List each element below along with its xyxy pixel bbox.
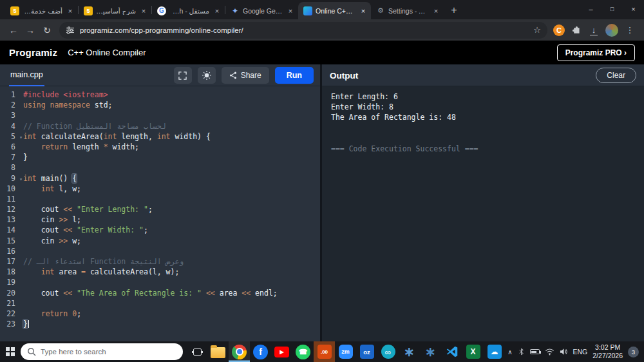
notification-favicon: 5 [10, 6, 19, 15]
tab-title: مستقل - Google Search [169, 7, 209, 15]
app-facebook[interactable]: f [250, 341, 271, 362]
gear-favicon: ⚙ [376, 6, 385, 15]
app-cloud[interactable]: ☁ [484, 341, 505, 362]
clear-button[interactable]: Clear [596, 68, 636, 83]
app-oz[interactable]: oz [356, 341, 377, 362]
window-controls: – □ × [580, 0, 644, 18]
run-button[interactable]: Run [275, 67, 314, 84]
browser-tab[interactable]: ✦ Google Gemini × [225, 2, 298, 19]
maximize-button[interactable]: □ [601, 0, 623, 18]
tab-close-icon[interactable]: × [66, 6, 75, 15]
tab-close-icon[interactable]: × [431, 6, 440, 15]
expand-icon [178, 71, 187, 80]
wifi-icon[interactable] [545, 348, 554, 356]
tab-title: Settings - Appearance [388, 7, 428, 15]
tab-close-icon[interactable]: × [139, 6, 148, 15]
download-icon[interactable]: ↓ [586, 23, 601, 38]
browser-tab[interactable]: 5 شرح أساسيات البرمجة × [79, 2, 151, 19]
tab-close-icon[interactable]: × [286, 6, 295, 15]
taskbar-search[interactable] [21, 343, 183, 360]
app-money[interactable]: .00 [314, 341, 335, 362]
gemini-favicon: ✦ [231, 6, 240, 15]
app-infinity[interactable]: ∞ [377, 341, 399, 362]
extensions-puzzle-icon[interactable] [568, 23, 583, 38]
app-asterisk-1[interactable]: ∗ [399, 341, 420, 362]
search-icon [27, 347, 36, 356]
app-file-explorer[interactable] [207, 341, 229, 362]
google-favicon: G [157, 6, 166, 15]
asterisk-app-icon: ∗ [425, 344, 436, 359]
output-panel: Output Clear Enter Length: 6Enter Width:… [322, 64, 644, 341]
output-lines: Enter Length: 6Enter Width: 8The Area of… [322, 86, 644, 159]
tab-settings[interactable]: ⚙ Settings - Appearance × [371, 2, 444, 19]
forward-icon[interactable]: → [22, 22, 39, 39]
date-text: 2/27/2026 [592, 352, 623, 360]
app-vscode[interactable] [441, 341, 462, 362]
browser-tab[interactable]: G مستقل - Google Search × [152, 2, 225, 19]
search-input[interactable] [41, 348, 163, 356]
editor-panel: main.cpp Share Run 12345▾6789▾101 [0, 64, 320, 341]
app-asterisk-2[interactable]: ∗ [420, 341, 441, 362]
tab-online-cpp-compiler[interactable]: Online C++ Compiler × [298, 2, 371, 19]
bookmark-star-icon[interactable]: ☆ [533, 25, 541, 35]
tab-close-icon[interactable]: × [213, 6, 222, 15]
programiz-favicon [303, 6, 312, 15]
window-close-button[interactable]: × [623, 0, 644, 18]
app-chrome[interactable] [229, 341, 250, 362]
code-lines[interactable]: #include <iostream>using namespace std; … [23, 90, 320, 341]
tab-title: أضف خدمة جديدة - خ [23, 7, 62, 15]
volume-icon[interactable] [560, 348, 568, 356]
extension-c-icon[interactable]: C [553, 24, 565, 36]
bluetooth-icon[interactable] [518, 347, 525, 356]
clock[interactable]: 3:02 PM 2/27/2026 [592, 343, 623, 360]
hidden-icons-chevron[interactable]: ∧ [507, 348, 512, 356]
share-label: Share [241, 71, 261, 80]
refresh-icon[interactable]: ↻ [39, 22, 55, 39]
editor-gutter: 12345▾6789▾1011121314151617181920212223 [0, 90, 23, 341]
task-view-button[interactable] [187, 341, 207, 362]
sun-icon [202, 71, 211, 80]
app-zoom[interactable]: zm [335, 341, 356, 362]
task-view-icon [193, 348, 202, 356]
address-bar[interactable]: programiz.com/cpp-programming/online-com… [59, 22, 547, 39]
app-youtube[interactable]: ▶ [271, 341, 292, 362]
back-icon[interactable]: ← [5, 22, 22, 39]
url-text[interactable]: programiz.com/cpp-programming/online-com… [80, 26, 528, 34]
site-header: Programiz C++ Online Compiler Programiz … [0, 41, 644, 64]
folder-icon [211, 347, 225, 358]
new-tab-button[interactable]: + [445, 1, 463, 19]
profile-avatar[interactable] [605, 24, 618, 37]
main-content: main.cpp Share Run 12345▾6789▾101 [0, 64, 644, 341]
oz-app-icon: oz [360, 345, 374, 359]
app-excel[interactable]: X [462, 341, 484, 362]
chrome-icon [232, 345, 247, 359]
taskbar: f ▶ ☎ .00 zm oz ∞ ∗ ∗ X ☁ ∧ ENG 3: [0, 341, 644, 362]
site-settings-icon[interactable] [66, 26, 75, 35]
tab-title: Online C++ Compiler [316, 7, 355, 15]
excel-icon: X [466, 345, 480, 359]
file-tab-main-cpp[interactable]: main.cpp [9, 64, 44, 86]
app-whatsapp[interactable]: ☎ [292, 341, 314, 362]
browser-window: 5 أضف خدمة جديدة - خ × 5 شرح أساسيات الب… [0, 0, 644, 362]
theme-toggle-button[interactable] [198, 67, 216, 84]
tab-title: شرح أساسيات البرمجة [96, 7, 136, 15]
share-button[interactable]: Share [222, 67, 269, 84]
programiz-pro-button[interactable]: Programiz PRO › [557, 44, 635, 61]
editor-header: main.cpp Share Run [0, 64, 320, 86]
battery-icon[interactable] [530, 349, 540, 354]
programiz-logo[interactable]: Programiz [9, 47, 57, 58]
browser-tab[interactable]: 5 أضف خدمة جديدة - خ × [5, 2, 78, 19]
browser-toolbar: ← → ↻ programiz.com/cpp-programming/onli… [0, 19, 644, 41]
language-indicator[interactable]: ENG [573, 348, 588, 356]
cloud-app-icon: ☁ [488, 345, 502, 359]
start-button[interactable] [0, 341, 21, 362]
facebook-icon: f [253, 345, 268, 359]
notification-badge[interactable]: 3 [628, 347, 639, 357]
browser-menu-icon[interactable]: ⋮ [622, 23, 638, 38]
code-editor[interactable]: 12345▾6789▾1011121314151617181920212223 … [0, 86, 320, 341]
tab-close-icon[interactable]: × [359, 6, 368, 15]
fullscreen-button[interactable] [174, 67, 192, 84]
zoom-icon: zm [339, 345, 353, 359]
page-title: C++ Online Compiler [68, 48, 146, 57]
minimize-button[interactable]: – [580, 0, 601, 18]
